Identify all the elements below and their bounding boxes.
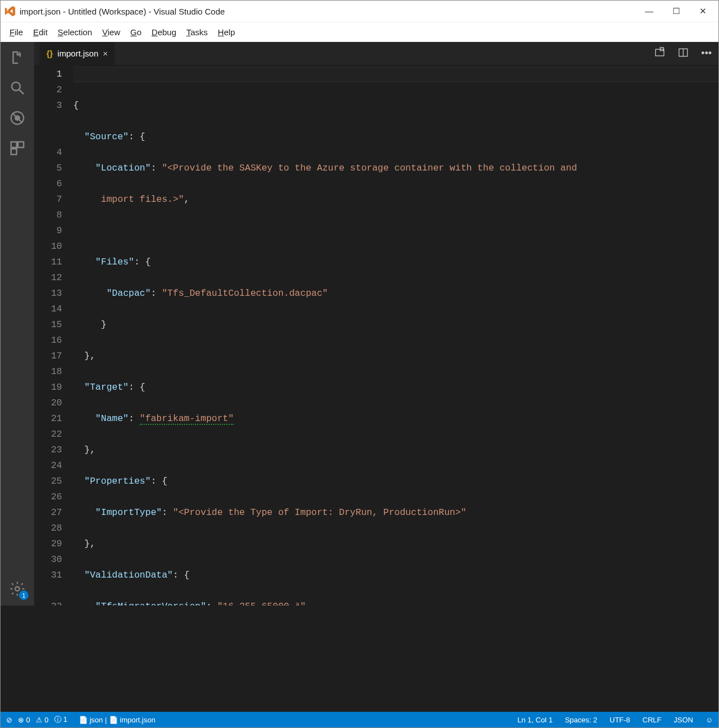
- filler: [1, 606, 718, 712]
- svg-rect-4: [18, 142, 23, 148]
- svg-point-0: [12, 82, 20, 91]
- body: 1 {} import.json × ••• 1 23: [1, 42, 718, 606]
- explorer-icon[interactable]: [7, 48, 27, 68]
- close-button[interactable]: ✕: [696, 6, 709, 16]
- svg-rect-3: [11, 142, 17, 148]
- menu-edit[interactable]: Edit: [29, 25, 52, 39]
- editor-area: {} import.json × ••• 1 23 4567 891011: [34, 42, 718, 606]
- code[interactable]: { "Source": { "Location": "<Provide the …: [73, 65, 718, 606]
- svg-point-2: [15, 116, 20, 120]
- indentation[interactable]: Spaces: 2: [565, 716, 597, 724]
- debug-icon[interactable]: [7, 108, 27, 128]
- warnings-indicator[interactable]: ⚠ 0: [36, 716, 49, 724]
- editor-actions: •••: [654, 42, 718, 65]
- vscode-window: import.json - Untitled (Workspace) - Vis…: [0, 0, 719, 728]
- statusbar: ⊘ ⊗ 0 ⚠ 0 ⓘ 1 📄 json | 📄 import.json Ln …: [1, 712, 718, 727]
- encoding[interactable]: UTF-8: [609, 716, 630, 724]
- menu-view[interactable]: View: [98, 25, 125, 39]
- titlebar: import.json - Untitled (Workspace) - Vis…: [1, 1, 718, 22]
- tabbar: {} import.json × •••: [34, 42, 718, 65]
- open-to-side-icon[interactable]: [654, 47, 665, 60]
- menu-selection[interactable]: Selection: [53, 25, 97, 39]
- breadcrumb[interactable]: 📄 json | 📄 import.json: [79, 716, 155, 724]
- settings-icon[interactable]: 1: [7, 579, 27, 599]
- activitybar: 1: [1, 42, 34, 606]
- search-icon[interactable]: [7, 78, 27, 98]
- editor[interactable]: 1 23 4567 891011 12131415 16171819 20212…: [34, 65, 718, 606]
- vscode-icon: [4, 5, 16, 17]
- errors-indicator[interactable]: ⊗ 0: [18, 716, 30, 724]
- language-mode[interactable]: JSON: [674, 716, 693, 724]
- eol[interactable]: CRLF: [642, 716, 661, 724]
- settings-badge: 1: [19, 590, 29, 600]
- minimize-button[interactable]: —: [642, 6, 656, 16]
- maximize-button[interactable]: ☐: [669, 6, 683, 16]
- gutter: 1 23 4567 891011 12131415 16171819 20212…: [34, 65, 73, 606]
- menu-tasks[interactable]: Tasks: [182, 25, 212, 39]
- cursor-position[interactable]: Ln 1, Col 1: [518, 716, 553, 724]
- window-controls: — ☐ ✕: [642, 6, 715, 16]
- feedback-icon[interactable]: ☺: [706, 716, 713, 724]
- json-icon: {}: [46, 49, 53, 58]
- more-actions-icon[interactable]: •••: [701, 48, 712, 59]
- remote-icon[interactable]: ⊘: [6, 716, 12, 724]
- menu-go[interactable]: Go: [126, 25, 146, 39]
- svg-rect-5: [11, 149, 17, 154]
- tab-label: import.json: [58, 49, 98, 58]
- svg-rect-7: [656, 49, 664, 56]
- tab-import-json[interactable]: {} import.json ×: [40, 42, 115, 65]
- close-tab-icon[interactable]: ×: [103, 49, 108, 58]
- menubar: File Edit Selection View Go Debug Tasks …: [1, 22, 718, 42]
- menu-help[interactable]: Help: [214, 25, 240, 39]
- split-editor-icon[interactable]: [678, 47, 689, 60]
- extensions-icon[interactable]: [7, 138, 27, 158]
- svg-point-6: [15, 587, 20, 591]
- menu-debug[interactable]: Debug: [147, 25, 181, 39]
- info-indicator[interactable]: ⓘ 1: [54, 715, 68, 725]
- window-title: import.json - Untitled (Workspace) - Vis…: [20, 7, 642, 16]
- menu-file[interactable]: File: [5, 25, 27, 39]
